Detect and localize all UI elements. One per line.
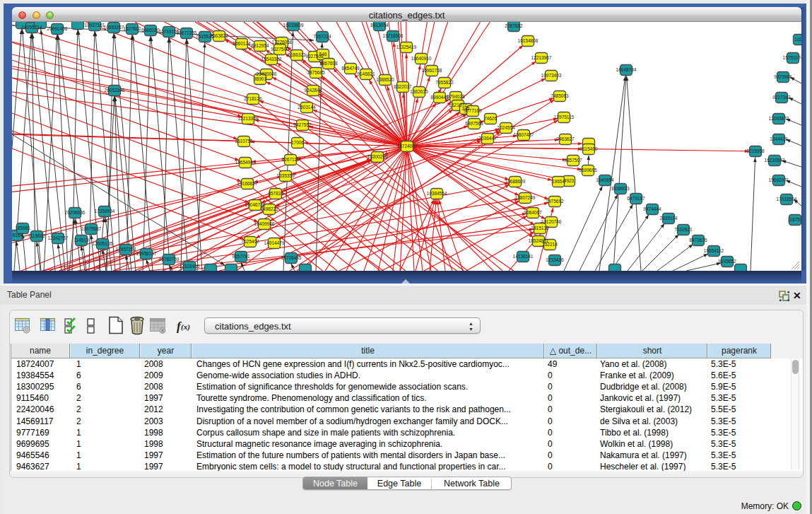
svg-text:9777169: 9777169 [464,108,482,113]
svg-text:26053346: 26053346 [105,88,125,93]
svg-text:16543362: 16543362 [261,57,282,62]
svg-text:(x): (x) [181,322,190,332]
svg-text:13226058: 13226058 [272,40,293,45]
svg-text:17957253: 17957253 [116,247,136,252]
svg-text:12975115: 12975115 [554,115,575,119]
svg-text:857833: 857833 [268,191,283,196]
svg-text:14914479: 14914479 [264,240,285,245]
svg-text:8938923: 8938923 [611,186,630,191]
svg-text:546: 546 [319,52,327,57]
svg-text:2935114: 2935114 [660,216,678,221]
svg-text:1117: 1117 [794,37,801,42]
svg-text:19654: 19654 [552,179,565,184]
svg-text:8215958: 8215958 [746,148,765,153]
svg-text:9699695: 9699695 [579,168,597,173]
svg-text:252214: 252214 [542,242,558,247]
svg-text:18300295: 18300295 [367,154,388,159]
svg-text:1815132: 1815132 [531,226,549,230]
svg-text:19166827: 19166827 [237,181,258,186]
svg-text:12093872: 12093872 [769,116,789,121]
svg-text:2387682: 2387682 [505,23,523,28]
svg-text:1388520: 1388520 [376,77,394,82]
svg-text:8912954: 8912954 [251,43,269,48]
svg-text:10975887: 10975887 [81,226,102,231]
svg-text:12505135: 12505135 [93,241,113,246]
svg-text:1244419: 1244419 [770,136,788,141]
svg-text:8660124: 8660124 [233,41,251,46]
svg-text:7485063: 7485063 [551,93,569,98]
svg-text:185061: 185061 [15,226,30,230]
svg-text:10654112: 10654112 [704,248,724,253]
svg-text:8186323: 8186323 [288,52,306,57]
svg-text:16154808: 16154808 [518,38,539,43]
svg-text:3498222: 3498222 [260,206,278,211]
svg-text:17016504: 17016504 [777,197,797,201]
svg-text:17359934: 17359934 [95,209,115,214]
svg-text:1975692: 1975692 [546,199,564,204]
svg-text:10937161: 10937161 [85,23,105,28]
svg-text:12213967: 12213967 [531,55,552,60]
svg-text:39154: 39154 [12,233,23,238]
svg-text:9084067: 9084067 [524,210,542,215]
svg-text:8322037: 8322037 [394,84,412,89]
svg-text:9245652: 9245652 [718,259,736,264]
svg-text:8267110: 8267110 [282,157,300,162]
svg-text:1733426: 1733426 [546,257,564,262]
svg-text:14055714: 14055714 [22,25,42,30]
svg-text:11325419: 11325419 [396,45,417,49]
svg-text:7357224: 7357224 [313,34,331,39]
svg-text:16961758: 16961758 [422,68,442,73]
svg-text:1640954: 1640954 [596,177,614,182]
svg-text:10973493: 10973493 [541,73,562,78]
svg-text:2718126: 2718126 [244,96,262,101]
svg-text:12213369: 12213369 [238,116,259,121]
svg-text:3875685: 3875685 [307,70,325,75]
svg-text:10807487: 10807487 [514,132,534,137]
svg-text:6479197: 6479197 [627,196,645,201]
svg-text:9115460: 9115460 [580,146,598,151]
svg-text:8990448: 8990448 [430,95,449,100]
svg-text:23420046: 23420046 [257,71,277,76]
svg-text:6497568: 6497568 [465,121,483,126]
svg-text:6466160: 6466160 [141,28,160,33]
svg-text:9463627: 9463627 [556,136,575,141]
svg-text:8454749: 8454749 [341,66,360,71]
svg-text:20691406: 20691406 [47,26,68,31]
svg-text:16671355: 16671355 [177,30,197,35]
svg-text:16640910: 16640910 [411,56,432,61]
svg-text:18724007: 18724007 [397,144,418,148]
svg-text:15692971: 15692971 [769,177,789,182]
svg-text:114519: 114519 [73,238,89,243]
svg-text:98901: 98901 [254,76,266,81]
svg-text:9657791: 9657791 [232,254,250,259]
svg-text:9329966: 9329966 [774,74,792,79]
svg-text:7632621: 7632621 [674,227,693,232]
svg-text:9427552: 9427552 [293,122,312,127]
svg-text:9327500: 9327500 [271,47,289,52]
svg-text:74626: 74626 [484,116,497,121]
svg-text:16210643: 16210643 [765,158,785,163]
svg-text:19384554: 19384554 [427,191,447,196]
svg-text:9227342: 9227342 [772,95,791,100]
svg-text:7663822: 7663822 [210,33,228,38]
svg-text:1527602: 1527602 [123,26,141,31]
svg-text:16409946: 16409946 [254,221,275,226]
svg-text:12342757: 12342757 [48,235,69,240]
svg-text:1115682: 1115682 [28,233,46,238]
svg-text:10688609: 10688609 [505,179,526,184]
svg-text:10653267: 10653267 [104,25,124,30]
svg-text:9242848: 9242848 [304,88,322,93]
svg-text:16782759: 16782759 [159,257,180,262]
svg-text:7955822: 7955822 [435,80,454,85]
svg-text:20206536: 20206536 [65,210,86,215]
svg-text:10120746: 10120746 [541,219,562,224]
svg-text:16033809: 16033809 [283,23,304,28]
svg-text:19654943: 19654943 [235,160,256,165]
svg-text:4923: 4923 [564,178,575,183]
svg-text:6794028: 6794028 [447,94,465,99]
svg-text:1024554: 1024554 [497,125,515,130]
svg-text:9474444: 9474444 [643,206,661,211]
svg-text:1335359: 1335359 [276,173,295,178]
svg-text:2603144: 2603144 [298,105,316,110]
svg-text:16648784: 16648784 [616,67,637,72]
